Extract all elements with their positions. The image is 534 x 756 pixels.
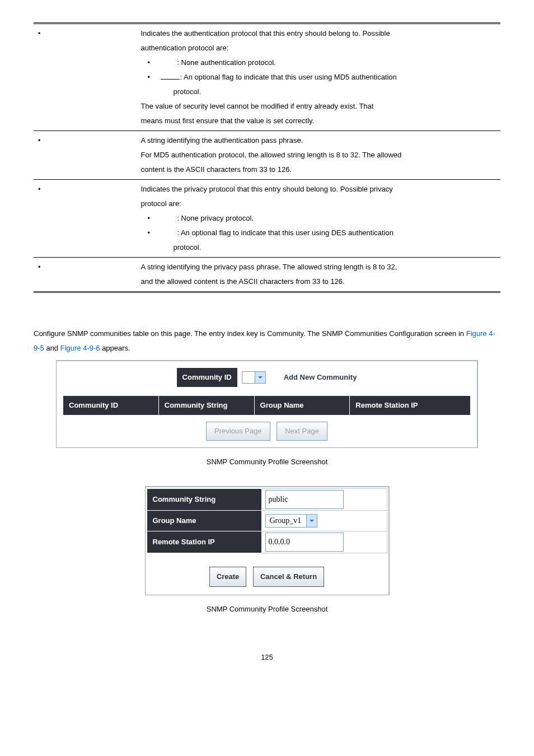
text: and the allowed content is the ASCII cha… bbox=[140, 274, 496, 289]
community-string-label: Community String bbox=[147, 489, 262, 511]
community-id-dropdown[interactable] bbox=[242, 371, 266, 384]
param-row-desc: Indicates the privacy protocol that this… bbox=[136, 180, 500, 258]
text: content is the ASCII characters from 33 … bbox=[140, 162, 496, 177]
chevron-down-icon bbox=[255, 372, 265, 383]
next-page-button[interactable]: Next Page bbox=[277, 422, 327, 441]
group-name-select[interactable]: Group_v1 bbox=[265, 514, 317, 528]
text: appears. bbox=[100, 344, 130, 352]
body-paragraph: Configure SNMP communities table on this… bbox=[34, 326, 500, 356]
cancel-return-button[interactable]: Cancel & Return bbox=[253, 567, 324, 587]
parameters-table: • Indicates the authentication protocol … bbox=[34, 22, 500, 293]
create-button[interactable]: Create bbox=[209, 567, 246, 587]
sub-bullet: : An optional flag to indicate that this… bbox=[161, 226, 496, 240]
text: : An optional flag to indicate that this… bbox=[180, 73, 396, 81]
param-row-desc: Indicates the authentication protocol th… bbox=[136, 24, 500, 131]
text: protocol. bbox=[173, 85, 496, 99]
param-row-label: • bbox=[34, 24, 136, 131]
text: Configure SNMP communities table on this… bbox=[34, 329, 433, 338]
remote-station-ip-input[interactable]: 0.0.0.0 bbox=[265, 533, 344, 552]
col-header: Community String bbox=[159, 396, 255, 415]
figure-caption: SNMP Community Profile Screenshot bbox=[34, 602, 500, 617]
text: protocol are: bbox=[140, 197, 496, 211]
text: A string identifying the privacy pass ph… bbox=[140, 260, 496, 274]
col-header: Community ID bbox=[63, 396, 159, 415]
text: : An optional flag to indicate that this… bbox=[177, 228, 394, 237]
sub-bullet: : An optional flag to indicate that this… bbox=[161, 70, 496, 85]
text: and bbox=[44, 344, 60, 352]
figure-4-9-6: Community String public Group Name Group… bbox=[145, 486, 390, 595]
community-string-input[interactable]: public bbox=[265, 490, 344, 509]
previous-page-button[interactable]: Previous Page bbox=[206, 422, 270, 441]
text: means must first ensure that the value i… bbox=[140, 114, 496, 128]
text: protocol. bbox=[173, 240, 496, 255]
param-row-label: • bbox=[34, 131, 136, 180]
remote-station-ip-label: Remote Station IP bbox=[147, 531, 262, 553]
sub-bullet: : None authentication protocol. bbox=[161, 55, 496, 70]
col-header: Group Name bbox=[255, 396, 350, 415]
community-id-label: Community ID bbox=[177, 368, 237, 387]
figure-4-9-5: Community ID Add New Community Community… bbox=[56, 360, 478, 448]
add-new-community-label: Add New Community bbox=[284, 370, 357, 385]
text: : None authentication protocol. bbox=[177, 58, 275, 67]
text: For MD5 authentication protocol, the all… bbox=[140, 148, 496, 162]
group-name-label: Group Name bbox=[147, 511, 262, 531]
text: : None privacy protocol. bbox=[177, 214, 254, 222]
param-row-desc: A string identifying the authentication … bbox=[136, 131, 500, 180]
col-header: Remote Station IP bbox=[350, 396, 470, 415]
text: A string identifying the authentication … bbox=[140, 133, 496, 148]
param-row-desc: A string identifying the privacy pass ph… bbox=[136, 258, 500, 292]
param-row-label: • bbox=[34, 180, 136, 258]
text: The value of security level cannot be mo… bbox=[140, 99, 496, 114]
figure-caption: SNMP Community Profile Screenshot bbox=[34, 455, 500, 469]
select-value: Group_v1 bbox=[266, 515, 306, 527]
text: authentication protocol are: bbox=[140, 41, 496, 55]
table-header: Community ID Community String Group Name… bbox=[63, 396, 470, 415]
page-number: 125 bbox=[34, 650, 500, 665]
figure-link[interactable]: Figure 4-9-6 bbox=[60, 344, 100, 352]
chevron-down-icon bbox=[306, 515, 317, 527]
text: screen in bbox=[434, 329, 466, 338]
text: Indicates the authentication protocol th… bbox=[140, 26, 496, 41]
sub-bullet: : None privacy protocol. bbox=[161, 211, 496, 226]
text: Indicates the privacy protocol that this… bbox=[140, 182, 496, 197]
param-row-label: • bbox=[34, 258, 136, 292]
